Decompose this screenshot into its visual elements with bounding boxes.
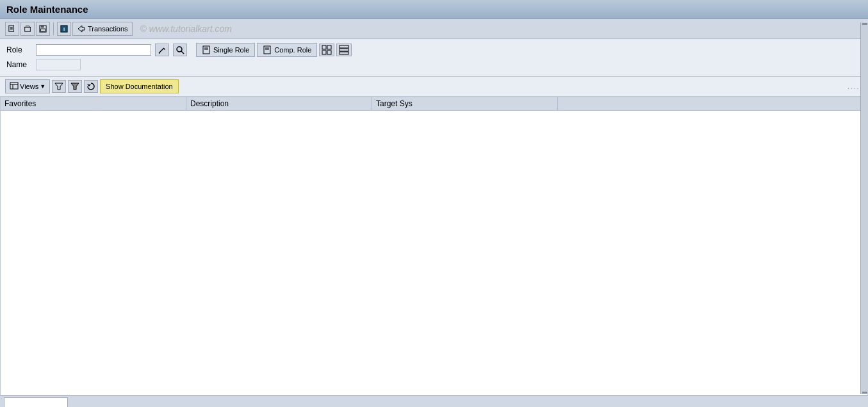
svg-rect-9 (41, 29, 45, 31)
column-header-description: Description (186, 97, 372, 110)
svg-marker-35 (71, 83, 79, 90)
svg-rect-4 (25, 27, 31, 31)
transaction-icon (77, 24, 86, 33)
main-toolbar: i Transactions © www.tutorialkart.com (0, 19, 868, 39)
svg-rect-30 (340, 52, 348, 54)
svg-rect-25 (327, 45, 331, 49)
transactions-button[interactable]: Transactions (72, 22, 133, 36)
filter-button-1[interactable] (52, 80, 66, 93)
role-input[interactable] (36, 44, 151, 56)
column-header-extra (558, 97, 867, 110)
grid-icon-1 (322, 45, 332, 55)
comp-role-icon (263, 45, 272, 54)
filter-button-2[interactable] (68, 80, 82, 93)
grid-button-1[interactable] (319, 44, 334, 56)
save-icon (39, 24, 47, 33)
transactions-label: Transactions (88, 25, 128, 33)
svg-marker-12 (78, 26, 85, 32)
edit-button[interactable] (155, 44, 169, 56)
refresh-icon (86, 82, 95, 91)
svg-marker-34 (55, 83, 63, 90)
filter-icon (54, 82, 63, 91)
form-area: Role (0, 39, 868, 77)
status-bar (0, 395, 868, 407)
role-buttons-group: Single Role Comp. Role (196, 43, 352, 57)
svg-rect-31 (10, 83, 18, 89)
grid-icon-2 (339, 45, 349, 55)
filter-active-icon (70, 82, 79, 91)
watermark: © www.tutorialkart.com (140, 24, 232, 34)
edit-icon (158, 45, 167, 54)
show-documentation-button[interactable]: Show Documentation (100, 79, 179, 93)
show-documentation-label: Show Documentation (106, 83, 173, 90)
column-header-favorites: Favorites (1, 97, 186, 110)
title-bar: Role Maintenance (0, 0, 868, 19)
secondary-toolbar: Views ▼ Show Documentation .... (0, 77, 868, 97)
new-icon (8, 24, 16, 33)
delete-button[interactable] (20, 22, 35, 36)
refresh-button[interactable] (84, 80, 98, 93)
info-icon: i (60, 24, 68, 33)
svg-marker-36 (87, 84, 91, 86)
info-button[interactable]: i (57, 22, 71, 36)
status-input[interactable] (4, 397, 68, 408)
svg-point-16 (177, 47, 182, 52)
save-button[interactable] (36, 22, 50, 36)
comp-role-button[interactable]: Comp. Role (257, 43, 317, 57)
table-body (1, 111, 867, 367)
svg-rect-18 (203, 46, 209, 54)
svg-rect-8 (41, 26, 44, 28)
single-role-label: Single Role (213, 46, 249, 54)
svg-rect-27 (327, 51, 331, 54)
separator-1 (53, 22, 54, 35)
scroll-up-arrow (862, 23, 867, 25)
svg-line-13 (159, 48, 164, 53)
scrollbar[interactable] (860, 22, 868, 394)
comp-role-label: Comp. Role (274, 46, 311, 54)
name-input[interactable] (36, 59, 81, 70)
views-icon (10, 82, 19, 91)
grid-button-2[interactable] (336, 44, 352, 56)
svg-rect-24 (322, 45, 326, 49)
single-role-button[interactable]: Single Role (196, 43, 255, 57)
delete-icon (24, 24, 31, 33)
main-content: Favorites Description Target Sys (0, 97, 868, 395)
table-header: Favorites Description Target Sys (1, 97, 867, 111)
svg-rect-21 (264, 46, 270, 54)
role-label: Role (6, 45, 32, 54)
svg-rect-6 (26, 26, 29, 28)
views-dropdown-icon: ▼ (40, 83, 45, 90)
scroll-down-arrow (862, 392, 867, 394)
svg-rect-26 (322, 51, 326, 54)
svg-rect-29 (340, 49, 348, 51)
new-button[interactable] (5, 22, 19, 36)
name-row: Name (6, 59, 862, 70)
role-row: Role (6, 43, 862, 57)
views-button[interactable]: Views ▼ (5, 79, 50, 93)
views-label: Views (20, 83, 38, 90)
name-label: Name (6, 60, 32, 69)
svg-line-17 (181, 51, 184, 54)
svg-rect-28 (340, 45, 348, 48)
single-role-icon (202, 45, 211, 54)
svg-text:i: i (63, 26, 65, 32)
search-icon (176, 45, 184, 54)
table-container[interactable]: Favorites Description Target Sys (0, 97, 868, 395)
column-header-target-sys: Target Sys (372, 97, 558, 110)
page-title: Role Maintenance (6, 4, 88, 15)
search-button[interactable] (173, 44, 187, 56)
